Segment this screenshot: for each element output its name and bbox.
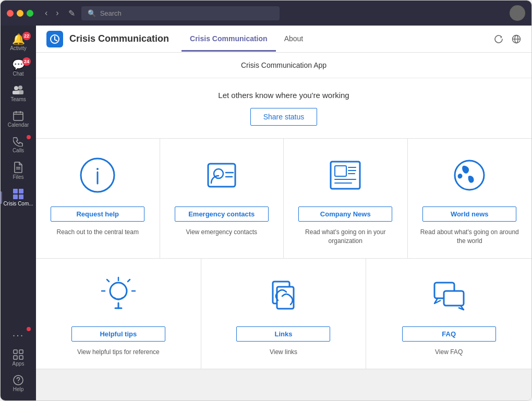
- sidebar-item-calls[interactable]: Calls: [1, 132, 36, 157]
- sidebar-label-calendar: Calendar: [8, 122, 29, 128]
- cards-row-1: Request help Reach out to the central te…: [36, 139, 531, 259]
- sidebar-item-help[interactable]: Help: [1, 371, 36, 396]
- svg-rect-14: [14, 350, 17, 354]
- minimize-dot[interactable]: [17, 10, 23, 17]
- request-help-button[interactable]: Request help: [51, 206, 144, 222]
- globe-button[interactable]: [512, 34, 521, 44]
- helpful-tips-button[interactable]: Helpful tips: [71, 326, 165, 342]
- company-news-icon: [324, 154, 366, 196]
- calls-icon: [13, 136, 23, 147]
- sidebar-item-calendar[interactable]: Calendar: [1, 106, 36, 132]
- helpful-tips-icon: [98, 274, 139, 316]
- faq-desc: View FAQ: [435, 348, 463, 357]
- sidebar-label-activity: Activity: [10, 45, 27, 51]
- svg-rect-3: [13, 91, 19, 94]
- sidebar-label-help: Help: [13, 386, 24, 392]
- sidebar-item-more[interactable]: ···: [1, 325, 36, 345]
- sidebar-item-crisis[interactable]: Crisis Com...: [1, 184, 36, 211]
- maximize-dot[interactable]: [27, 10, 33, 17]
- titlebar-right: [510, 5, 525, 21]
- links-icon: [262, 274, 304, 316]
- svg-point-0: [18, 86, 22, 90]
- app-title: Crisis Communication: [69, 33, 169, 44]
- svg-rect-11: [19, 189, 23, 193]
- calls-badge-dot: [27, 135, 31, 139]
- svg-point-39: [110, 283, 127, 299]
- app-header-actions: [494, 34, 521, 44]
- chat-badge: 24: [22, 57, 31, 66]
- faq-button[interactable]: FAQ: [402, 326, 496, 342]
- svg-line-45: [128, 280, 130, 282]
- refresh-button[interactable]: [494, 34, 503, 44]
- svg-line-43: [107, 280, 109, 282]
- avatar[interactable]: [510, 5, 525, 21]
- card-faq: FAQ View FAQ: [366, 259, 531, 369]
- window-controls: [7, 10, 33, 17]
- svg-rect-27: [208, 164, 235, 187]
- card-company-news: Company News Read what's going on in you…: [284, 139, 408, 258]
- titlebar: ‹ › ✎ 🔍: [1, 1, 531, 26]
- apps-icon: [13, 349, 23, 360]
- svg-rect-12: [13, 195, 18, 199]
- svg-rect-13: [19, 195, 23, 199]
- app-tabs: Crisis Communication About: [182, 27, 311, 51]
- search-input[interactable]: [100, 9, 273, 17]
- svg-rect-4: [14, 112, 23, 120]
- app-content-title: Crisis Communication App: [36, 53, 531, 78]
- svg-point-2: [14, 86, 18, 90]
- helpful-tips-desc: View helpful tips for reference: [77, 348, 160, 357]
- sidebar: 22 🔔 Activity 24 💬 Chat Teams: [1, 26, 36, 400]
- svg-rect-50: [444, 291, 464, 306]
- card-world-news: World news Read about what's going on ar…: [408, 139, 532, 258]
- more-icon: ···: [13, 329, 25, 341]
- links-desc: View links: [270, 348, 297, 357]
- links-button[interactable]: Links: [236, 326, 330, 342]
- emergency-contacts-button[interactable]: Emergency contacts: [175, 206, 269, 222]
- request-help-desc: Reach out to the central team: [57, 228, 139, 237]
- main-layout: 22 🔔 Activity 24 💬 Chat Teams: [1, 26, 531, 400]
- emergency-contacts-icon: [201, 154, 243, 196]
- content-area: Crisis Communication Crisis Communicatio…: [36, 26, 531, 400]
- sidebar-item-apps[interactable]: Apps: [1, 345, 36, 371]
- sidebar-label-apps: Apps: [13, 361, 25, 367]
- crisis-icon: [13, 188, 24, 200]
- company-news-desc: Read what's going on in your organizatio…: [294, 228, 397, 246]
- app-content: Crisis Communication App Let others know…: [36, 53, 531, 400]
- company-news-button[interactable]: Company News: [298, 206, 392, 222]
- cards-row-2: Helpful tips View helpful tips for refer…: [36, 259, 531, 370]
- compose-button[interactable]: ✎: [68, 8, 75, 18]
- svg-rect-16: [14, 356, 17, 359]
- activity-badge: 22: [22, 32, 31, 40]
- share-status-button[interactable]: Share status: [250, 108, 318, 126]
- svg-point-25: [96, 168, 99, 170]
- more-badge-dot: [27, 327, 31, 331]
- calendar-icon: [13, 111, 23, 121]
- request-help-icon: [77, 154, 118, 196]
- emergency-contacts-desc: View emergency contacts: [186, 228, 257, 237]
- status-text: Let others know where you're working: [46, 91, 521, 100]
- svg-point-19: [18, 382, 19, 383]
- svg-rect-15: [19, 350, 23, 354]
- sidebar-label-crisis: Crisis Com...: [3, 201, 33, 206]
- card-links: Links View links: [201, 259, 367, 369]
- sidebar-item-chat[interactable]: 24 💬 Chat: [1, 55, 36, 81]
- sidebar-label-files: Files: [13, 174, 23, 180]
- sidebar-item-teams[interactable]: Teams: [1, 81, 36, 106]
- tab-about[interactable]: About: [276, 27, 312, 52]
- sidebar-item-activity[interactable]: 22 🔔 Activity: [1, 30, 36, 55]
- cards-container: Request help Reach out to the central te…: [36, 139, 531, 369]
- world-news-button[interactable]: World news: [422, 206, 516, 222]
- back-button[interactable]: ‹: [42, 6, 51, 20]
- forward-button[interactable]: ›: [53, 6, 62, 20]
- faq-icon: [428, 274, 470, 316]
- close-dot[interactable]: [7, 10, 14, 17]
- svg-rect-17: [19, 356, 23, 359]
- app-icon: [46, 31, 63, 47]
- tab-crisis-communication[interactable]: Crisis Communication: [182, 27, 276, 52]
- app-header: Crisis Communication Crisis Communicatio…: [36, 26, 531, 53]
- inner-content: Crisis Communication App Let others know…: [36, 53, 531, 369]
- sidebar-item-files[interactable]: Files: [1, 157, 36, 184]
- sidebar-label-calls: Calls: [13, 148, 24, 153]
- card-emergency-contacts: Emergency contacts View emergency contac…: [160, 139, 284, 258]
- sidebar-label-chat: Chat: [13, 71, 23, 77]
